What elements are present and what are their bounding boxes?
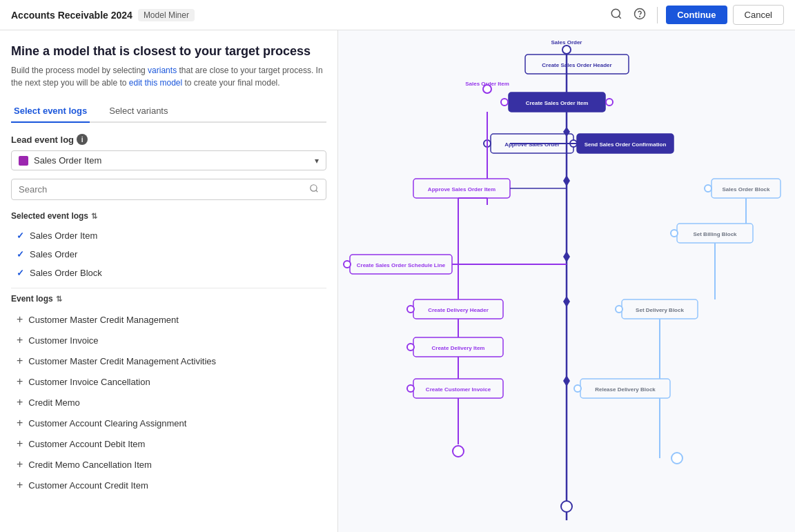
tab-variants[interactable]: Select variants — [106, 100, 170, 123]
check-icon: ✓ — [17, 249, 24, 259]
edit-link[interactable]: edit this model — [129, 78, 182, 88]
list-item[interactable]: + Customer Master Credit Management — [11, 309, 326, 330]
plus-icon: + — [17, 313, 23, 326]
svg-point-5 — [562, 46, 571, 54]
svg-point-27 — [705, 185, 711, 192]
item-label: Sales Order Item — [30, 230, 97, 241]
plus-icon: + — [17, 417, 23, 429]
chevron-down-icon: ▾ — [315, 156, 319, 166]
main-layout: Mine a model that is closest to your tar… — [0, 30, 795, 532]
selected-event-logs-header: Selected event logs ⇅ — [11, 211, 326, 221]
search-box — [11, 179, 326, 200]
svg-marker-58 — [563, 296, 570, 307]
tab-event-logs[interactable]: Select event logs — [11, 100, 90, 123]
plus-icon: + — [17, 458, 23, 471]
topbar-right: Continue Cancel — [607, 5, 784, 25]
tabs: Select event logs Select variants — [11, 100, 326, 123]
item-label: Customer Account Debit Item — [28, 439, 145, 449]
svg-text:Sales Order: Sales Order — [551, 39, 582, 46]
dropdown-color-swatch — [19, 156, 28, 166]
svg-text:Release Delivery Block: Release Delivery Block — [595, 386, 656, 393]
list-item[interactable]: ✓ Sales Order — [11, 245, 326, 264]
list-item[interactable]: + Customer Invoice Cancellation — [11, 371, 326, 392]
svg-point-0 — [611, 9, 620, 17]
item-label: Customer Invoice Cancellation — [28, 377, 150, 387]
continue-button[interactable]: Continue — [666, 6, 727, 24]
svg-text:Set Billing Block: Set Billing Block — [693, 231, 737, 237]
item-label: Sales Order Block — [30, 268, 102, 278]
divider — [657, 7, 658, 23]
search-icon — [309, 184, 319, 195]
list-item[interactable]: + Customer Account Clearing Assignment — [11, 413, 326, 433]
cancel-button[interactable]: Cancel — [733, 5, 784, 25]
svg-point-48 — [574, 385, 581, 392]
plus-icon: + — [17, 334, 23, 346]
list-item[interactable]: ✓ Sales Order Item — [11, 226, 326, 245]
list-item[interactable]: + Customer Account Credit Item — [11, 475, 326, 495]
svg-text:Create Sales Order Schedule Li: Create Sales Order Schedule Line — [357, 262, 446, 268]
variants-link[interactable]: variants — [148, 66, 177, 75]
list-item[interactable]: + Customer Account Debit Item — [11, 433, 326, 454]
svg-marker-56 — [563, 251, 570, 262]
svg-point-3 — [311, 185, 317, 191]
info-icon: i — [77, 134, 88, 145]
svg-point-2 — [640, 16, 640, 17]
lead-event-log-dropdown[interactable]: Sales Order Item ▾ — [11, 150, 326, 170]
item-label: Customer Invoice — [28, 335, 98, 346]
svg-point-68 — [671, 453, 683, 464]
svg-text:Approve Sales Order: Approve Sales Order — [504, 141, 560, 148]
svg-text:Send Sales Order Confirmation: Send Sales Order Confirmation — [585, 141, 667, 148]
topbar-left: Accounts Receivable 2024 Model Miner — [11, 9, 195, 21]
svg-point-39 — [616, 306, 622, 313]
event-logs-header: Event logs ⇅ — [11, 294, 326, 304]
svg-text:Create Customer Invoice: Create Customer Invoice — [426, 386, 491, 393]
check-icon: ✓ — [17, 268, 24, 278]
svg-text:Create Delivery Header: Create Delivery Header — [428, 307, 489, 313]
svg-point-30 — [671, 230, 678, 237]
svg-marker-22 — [563, 127, 570, 137]
svg-point-33 — [344, 261, 351, 268]
lead-event-log-label: Lead event log i — [11, 134, 326, 145]
panel-content: Mine a model that is closest to your tar… — [0, 30, 337, 532]
item-label: Customer Account Credit Item — [28, 480, 148, 491]
item-label: Customer Master Credit Management — [28, 315, 178, 325]
check-icon: ✓ — [17, 230, 24, 241]
plus-icon: + — [17, 355, 23, 367]
svg-text:Set Delivery Block: Set Delivery Block — [636, 307, 684, 313]
sort-icon[interactable]: ⇅ — [56, 295, 62, 304]
svg-marker-61 — [563, 375, 570, 386]
sort-icon[interactable]: ⇅ — [91, 212, 97, 221]
search-input[interactable] — [19, 184, 309, 195]
list-item[interactable]: + Credit Memo — [11, 392, 326, 413]
svg-point-42 — [407, 344, 414, 351]
panel-title: Mine a model that is closest to your tar… — [11, 44, 326, 59]
item-label: Customer Master Credit Management Activi… — [28, 356, 216, 366]
list-item[interactable]: + Credit Memo Cancellation Item — [11, 454, 326, 475]
app-badge: Model Miner — [138, 9, 195, 21]
search-button[interactable] — [607, 5, 625, 25]
available-event-logs-list: + Customer Master Credit Management + Cu… — [11, 309, 326, 495]
svg-marker-54 — [563, 175, 570, 186]
svg-text:Sales Order Block: Sales Order Block — [723, 186, 770, 193]
svg-point-10 — [483, 85, 491, 93]
help-button[interactable] — [631, 5, 649, 25]
item-label: Credit Memo — [28, 397, 79, 408]
svg-text:Create Sales Order Item: Create Sales Order Item — [526, 100, 589, 106]
list-item[interactable]: ✓ Sales Order Block — [11, 264, 326, 282]
panel-description: Build the process model by selecting var… — [11, 64, 326, 89]
svg-point-13 — [501, 99, 508, 106]
divider — [11, 288, 326, 288]
plus-icon: + — [17, 437, 23, 450]
item-label: Sales Order — [30, 249, 77, 259]
svg-point-14 — [606, 99, 613, 106]
svg-point-36 — [407, 306, 414, 313]
topbar: Accounts Receivable 2024 Model Miner Con… — [0, 0, 795, 30]
app-title: Accounts Receivable 2024 — [11, 10, 132, 21]
selected-event-logs-list: ✓ Sales Order Item ✓ Sales Order ✓ Sales… — [11, 226, 326, 282]
item-label: Customer Account Clearing Assignment — [28, 418, 186, 428]
dropdown-selected-value: Sales Order Item — [34, 155, 315, 166]
list-item[interactable]: + Customer Master Credit Management Acti… — [11, 351, 326, 371]
svg-point-64 — [561, 501, 572, 512]
list-item[interactable]: + Customer Invoice — [11, 330, 326, 351]
process-map[interactable]: Create Sales Order Header Sales Order Sa… — [338, 30, 795, 532]
